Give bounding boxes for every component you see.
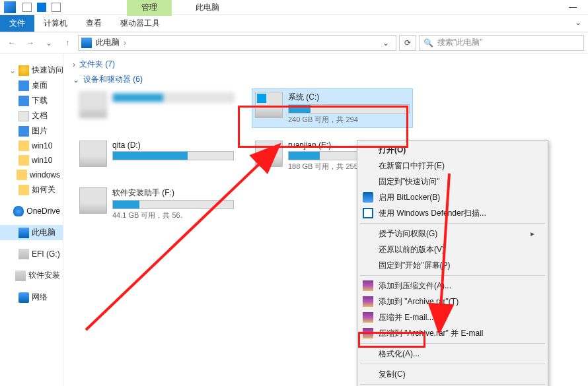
context-menu-label: 固定到"开始"屏幕(P) xyxy=(379,260,451,271)
context-menu-item[interactable]: 添加到压缩文件(A)... xyxy=(359,278,546,294)
sidebar-item-label: win10 xyxy=(32,156,52,165)
context-menu-label: 使用 Windows Defender扫描... xyxy=(379,208,486,219)
window-title: 此电脑 xyxy=(196,2,219,13)
context-menu-label: 压缩并 E-mail... xyxy=(379,312,433,323)
sidebar-item[interactable]: 桌面 xyxy=(0,78,63,93)
context-menu-item[interactable]: 在新窗口中打开(E) xyxy=(359,158,546,174)
context-menu-item[interactable]: 还原以前的版本(V) xyxy=(359,241,546,257)
context-menu-item[interactable]: 打开(O) xyxy=(359,142,546,158)
title-bar: 管理 此电脑 — xyxy=(0,0,588,15)
qat-item[interactable] xyxy=(37,3,46,12)
folders-header[interactable]: › 文件夹 (7) xyxy=(73,59,579,70)
folder-icon xyxy=(17,170,27,180)
sidebar-item[interactable]: 此电脑 xyxy=(0,225,63,240)
context-menu-label: 授予访问权限(G) xyxy=(379,228,437,240)
search-icon: 🔍 xyxy=(423,38,433,48)
chevron-right-icon: › xyxy=(73,60,75,69)
drives-header[interactable]: ⌄ 设备和驱动器 (6) xyxy=(73,74,579,85)
breadcrumb[interactable]: 此电脑 xyxy=(96,37,120,48)
doc-icon xyxy=(18,111,29,121)
star-icon xyxy=(18,65,29,76)
context-menu-item[interactable]: 压缩到 "Archive.rar" 并 E-mail xyxy=(359,325,546,341)
forward-button[interactable]: → xyxy=(22,35,38,51)
sidebar-item[interactable]: 图片 xyxy=(0,123,63,139)
sidebar-item[interactable]: win10 xyxy=(0,153,63,168)
address-dropdown-icon[interactable]: ⌄ xyxy=(379,38,393,48)
navigation-pane: ⌄快速访问桌面下载文档图片win10win10windows如何关OneDriv… xyxy=(0,53,63,386)
context-menu: 打开(O)在新窗口中打开(E)固定到"快速访问"启用 BitLocker(B)使… xyxy=(357,140,548,386)
folder-icon xyxy=(18,141,29,151)
sidebar-item-label: 桌面 xyxy=(32,80,48,91)
context-menu-item[interactable]: 压缩并 E-mail... xyxy=(359,309,546,325)
context-menu-item[interactable]: 添加到 "Archive.rar"(T) xyxy=(359,294,546,309)
drive-capacity-bar xyxy=(112,151,234,160)
sidebar-item[interactable]: win10 xyxy=(0,139,63,153)
drive-item[interactable]: 软件安装助手 (F:) 44.1 GB 可用，共 56. xyxy=(77,185,237,223)
onedrive-icon xyxy=(13,206,24,216)
drive-item[interactable]: 系统 (C:) 240 GB 可用，共 294 xyxy=(252,89,412,127)
drive-icon xyxy=(79,187,107,214)
drive-icon xyxy=(18,249,29,259)
minimize-button[interactable]: — xyxy=(558,0,588,15)
back-button[interactable]: ← xyxy=(4,35,20,51)
sidebar-item-label: 图片 xyxy=(32,125,48,137)
pc-icon xyxy=(18,228,29,238)
recent-dropdown[interactable]: ⌄ xyxy=(41,35,57,51)
context-menu-item[interactable]: 固定到"快速访问" xyxy=(359,174,546,189)
drive-item[interactable] xyxy=(77,89,237,127)
tab-drive-tools[interactable]: 驱动器工具 xyxy=(111,15,169,32)
sidebar-item[interactable]: OneDrive xyxy=(0,204,63,218)
qat-item[interactable] xyxy=(22,3,32,12)
ribbon-expand-icon[interactable]: ⌄ xyxy=(568,15,588,32)
drives-header-label: 设备和驱动器 (6) xyxy=(83,74,143,85)
rar-icon xyxy=(363,312,373,323)
sidebar-item[interactable]: 网络 xyxy=(0,290,63,305)
sidebar-item[interactable]: 文档 xyxy=(0,108,63,123)
pc-icon xyxy=(81,38,92,48)
context-menu-label: 启用 BitLocker(B) xyxy=(379,192,440,203)
drive-icon xyxy=(255,92,283,118)
breadcrumb-separator: › xyxy=(124,38,126,48)
context-menu-item[interactable]: 启用 BitLocker(B) xyxy=(359,189,546,205)
drive-icon xyxy=(79,92,107,118)
context-menu-label: 在新窗口中打开(E) xyxy=(379,160,445,172)
search-box[interactable]: 🔍 搜索"此电脑" xyxy=(419,35,584,51)
search-placeholder: 搜索"此电脑" xyxy=(437,37,483,48)
sidebar-item[interactable]: ⌄快速访问 xyxy=(0,63,63,78)
context-menu-separator xyxy=(360,384,545,385)
sidebar-item[interactable]: 下载 xyxy=(0,93,63,108)
address-box[interactable]: 此电脑 › ⌄ xyxy=(78,35,396,51)
drive-item[interactable]: qita (D:) xyxy=(77,138,237,174)
context-menu-label: 打开(O) xyxy=(379,145,406,156)
context-menu-item[interactable]: 固定到"开始"屏幕(P) xyxy=(359,257,546,273)
context-menu-item[interactable]: 授予访问权限(G)▸ xyxy=(359,226,546,241)
drive-icon xyxy=(255,141,283,167)
context-menu-label: 格式化(A)... xyxy=(379,348,420,360)
up-button[interactable]: ↑ xyxy=(59,35,75,51)
context-menu-item[interactable]: 使用 Windows Defender扫描... xyxy=(359,205,546,221)
drive-free-space: 44.1 GB 可用，共 56. xyxy=(112,210,234,220)
tab-view[interactable]: 查看 xyxy=(77,15,111,32)
context-menu-item[interactable]: 复制(C) xyxy=(359,366,546,382)
rar-icon xyxy=(363,280,373,291)
context-menu-label: 固定到"快速访问" xyxy=(379,176,440,187)
sidebar-item[interactable]: windows xyxy=(0,168,63,182)
folder-icon xyxy=(18,155,29,166)
ribbon-tabs: 文件 计算机 查看 驱动器工具 ⌄ xyxy=(0,15,588,32)
sidebar-item[interactable]: 软件安装 xyxy=(0,268,63,283)
chevron-down-icon: ⌄ xyxy=(73,75,79,84)
tab-computer[interactable]: 计算机 xyxy=(34,15,77,32)
desktop-icon xyxy=(18,80,29,91)
context-menu-label: 添加到压缩文件(A)... xyxy=(379,280,451,292)
folders-header-label: 文件夹 (7) xyxy=(79,59,115,70)
sidebar-item[interactable]: EFI (G:) xyxy=(0,247,63,261)
context-menu-separator xyxy=(360,343,545,344)
sidebar-item[interactable]: 如何关 xyxy=(0,182,63,197)
refresh-button[interactable]: ⟳ xyxy=(399,35,416,51)
context-menu-separator xyxy=(360,364,545,364)
qat-item[interactable] xyxy=(52,3,61,12)
context-menu-label: 复制(C) xyxy=(379,369,406,380)
context-menu-item[interactable]: 格式化(A)... xyxy=(359,346,546,362)
tab-file[interactable]: 文件 xyxy=(0,15,34,32)
drive-icon xyxy=(15,271,26,281)
